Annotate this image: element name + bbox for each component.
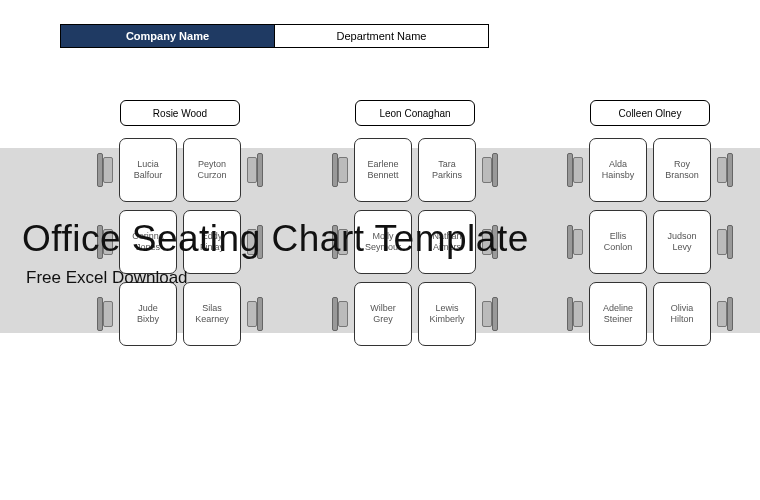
desk-label: SilasKearney bbox=[183, 282, 241, 346]
desk: AldaHainsby bbox=[589, 138, 647, 202]
chair-icon bbox=[247, 153, 263, 187]
template-title: Office Seating Chart Template bbox=[22, 218, 529, 260]
desk: SilasKearney bbox=[183, 282, 241, 346]
chair-icon bbox=[482, 153, 498, 187]
chair-icon bbox=[717, 225, 733, 259]
desk-label: EarleneBennett bbox=[354, 138, 412, 202]
manager-box: Colleen Olney bbox=[590, 100, 710, 126]
desk-label: RoyBranson bbox=[653, 138, 711, 202]
manager-box: Leon Conaghan bbox=[355, 100, 475, 126]
desk: EarleneBennett bbox=[354, 138, 412, 202]
desk: AdelineSteiner bbox=[589, 282, 647, 346]
chair-icon bbox=[97, 297, 113, 331]
desk: JudeBixby bbox=[119, 282, 177, 346]
template-subtitle: Free Excel Download bbox=[26, 268, 529, 288]
desk: JudsonLevy bbox=[653, 210, 711, 274]
desk: LuciaBalfour bbox=[119, 138, 177, 202]
desk-label: AdelineSteiner bbox=[589, 282, 647, 346]
chair-icon bbox=[567, 297, 583, 331]
department-name-cell: Department Name bbox=[274, 24, 489, 48]
desk-label: AldaHainsby bbox=[589, 138, 647, 202]
desk-label: LuciaBalfour bbox=[119, 138, 177, 202]
chair-icon bbox=[332, 297, 348, 331]
desk-grid: AldaHainsbyRoyBransonEllisConlonJudsonLe… bbox=[560, 138, 740, 346]
desk: RoyBranson bbox=[653, 138, 711, 202]
desk-label: JudeBixby bbox=[119, 282, 177, 346]
desk-label: PeytonCurzon bbox=[183, 138, 241, 202]
desk: TaraParkins bbox=[418, 138, 476, 202]
chair-icon bbox=[97, 153, 113, 187]
desk: LewisKimberly bbox=[418, 282, 476, 346]
desk: WilberGrey bbox=[354, 282, 412, 346]
desk-label: WilberGrey bbox=[354, 282, 412, 346]
chair-icon bbox=[247, 297, 263, 331]
chair-icon bbox=[332, 153, 348, 187]
chair-icon bbox=[567, 153, 583, 187]
company-name-cell: Company Name bbox=[60, 24, 275, 48]
header-row: Company Name Department Name bbox=[60, 24, 489, 48]
desk-label: JudsonLevy bbox=[653, 210, 711, 274]
title-overlay: Office Seating Chart Template Free Excel… bbox=[22, 218, 529, 288]
chair-icon bbox=[717, 153, 733, 187]
chair-icon bbox=[567, 225, 583, 259]
seating-cluster: Colleen OlneyAldaHainsbyRoyBransonEllisC… bbox=[560, 100, 740, 346]
desk: OliviaHilton bbox=[653, 282, 711, 346]
desk-label: EllisConlon bbox=[589, 210, 647, 274]
chair-icon bbox=[482, 297, 498, 331]
desk-label: OliviaHilton bbox=[653, 282, 711, 346]
desk-label: LewisKimberly bbox=[418, 282, 476, 346]
manager-box: Rosie Wood bbox=[120, 100, 240, 126]
chair-icon bbox=[717, 297, 733, 331]
desk: EllisConlon bbox=[589, 210, 647, 274]
desk-label: TaraParkins bbox=[418, 138, 476, 202]
desk: PeytonCurzon bbox=[183, 138, 241, 202]
